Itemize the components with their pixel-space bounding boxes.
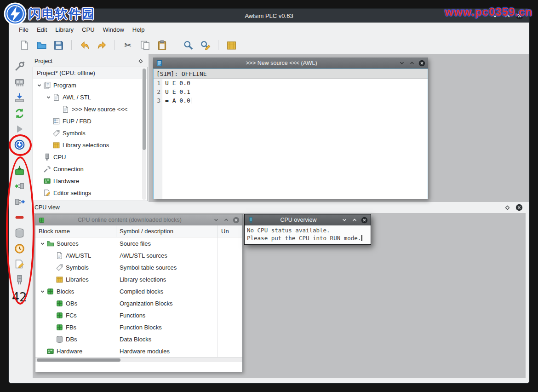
tree-item-hardware[interactable]: Hardware [33, 175, 147, 187]
cut-button[interactable]: ✂ [122, 39, 134, 51]
copy-button[interactable] [139, 39, 151, 51]
board-icon [43, 177, 51, 185]
io-module-icon [43, 153, 51, 161]
new-doc-button[interactable] [18, 39, 30, 51]
tree-item-fup-fbd[interactable]: FUP / FBD [33, 115, 147, 127]
save-button[interactable] [52, 39, 64, 51]
library-button[interactable] [225, 39, 237, 51]
float-panel-icon[interactable] [137, 58, 144, 64]
code-line[interactable]: = A 0.0 [165, 97, 428, 106]
chevron-down-icon[interactable] [39, 288, 46, 294]
app-body: 42 Project Project* (CPU: offline) Progr… [9, 54, 529, 383]
code-area[interactable]: U E 0.0U E 0.1= A 0.0 [162, 79, 428, 199]
shade-icon[interactable] [398, 60, 405, 67]
code-line[interactable]: U E 0.1 [165, 88, 428, 97]
board-icon [46, 347, 54, 355]
open-folder-button[interactable] [35, 39, 47, 51]
code-editor[interactable]: 123 U E 0.0U E 0.1= A 0.0 [154, 79, 428, 199]
cube-green-icon [56, 311, 63, 319]
block-name-cell: FCs [35, 309, 116, 321]
menu-item-cpu[interactable]: CPU [78, 24, 98, 35]
tree-item-program[interactable]: Program [33, 79, 147, 91]
chevron-down-icon[interactable] [39, 240, 46, 247]
table-row-dbs[interactable]: DBsData Blocks [35, 333, 242, 345]
tree-item-editor-settings[interactable]: Editor settings [33, 187, 147, 199]
column-header-block-name[interactable]: Block name [35, 225, 116, 237]
menu-item-file[interactable]: File [15, 24, 33, 35]
menu-item-help[interactable]: Help [128, 24, 149, 35]
chevron-down-icon[interactable] [45, 94, 52, 100]
restore-icon[interactable] [408, 60, 415, 67]
close-icon[interactable] [515, 204, 523, 211]
paste-button[interactable] [156, 39, 168, 51]
shade-icon[interactable] [212, 217, 219, 224]
tree-item-connection[interactable]: Connection [33, 163, 147, 175]
code-line[interactable]: U E 0.0 [165, 80, 428, 88]
table-row-sources[interactable]: SourcesSource files [35, 237, 242, 249]
menu-item-library[interactable]: Library [51, 24, 78, 35]
chevron-spacer [36, 166, 42, 172]
table-row-hardware[interactable]: HardwareHardware modules [35, 345, 242, 357]
tree-item-awl-stl[interactable]: AWL / STL [33, 91, 147, 103]
undo-button[interactable] [79, 39, 91, 51]
cpu-view-header: CPU view [33, 202, 526, 213]
redo-button[interactable] [96, 39, 108, 51]
tools-button[interactable] [14, 61, 25, 72]
download-cpu-icon [14, 92, 25, 103]
download-cpu-button[interactable] [14, 92, 25, 103]
scrollbar-thumb[interactable] [37, 358, 120, 362]
tree-item-new-source[interactable]: >>> New source <<< [33, 103, 147, 115]
column-header-un[interactable]: Un [218, 225, 242, 237]
table-row-libraries[interactable]: LibrariesLibrary selections [35, 273, 242, 285]
chevron-spacer [48, 264, 55, 271]
tree-item-label: AWL / STL [63, 94, 91, 101]
table-row-fbs[interactable]: FBsFunction Blocks [35, 321, 242, 333]
menu-item-edit[interactable]: Edit [33, 24, 51, 35]
table-row-awl-stl[interactable]: AWL/STLAWL/STL sources [35, 249, 242, 261]
horizontal-scrollbar[interactable] [35, 357, 242, 362]
chevron-down-icon[interactable] [36, 82, 42, 88]
tree-item-cpu[interactable]: CPU [33, 151, 147, 163]
shade-icon[interactable] [341, 217, 348, 224]
memory-icon [14, 77, 25, 87]
online-content-titlebar[interactable]: CPU online content (downloaded blocks) [35, 214, 242, 225]
new-doc-icon [19, 40, 30, 51]
tree-item-library-selections[interactable]: Library selections [33, 139, 147, 151]
table-row-blocks[interactable]: BlocksCompiled blocks [35, 285, 242, 297]
column-header-symbol-description[interactable]: Symbol / description [116, 225, 218, 237]
close-icon[interactable] [418, 60, 425, 67]
project-tree-scrollbar[interactable] [142, 68, 146, 200]
menu-item-window[interactable]: Window [99, 24, 128, 35]
block-extra-cell [218, 309, 242, 321]
float-dock-icon[interactable] [504, 204, 511, 211]
project-root-item[interactable]: Project* (CPU: offline) [33, 67, 147, 79]
scrollbar-thumb[interactable] [143, 69, 146, 150]
tree-item-symbols[interactable]: Symbols [33, 127, 147, 139]
find-replace-icon [200, 40, 211, 51]
restore-icon[interactable] [223, 217, 229, 224]
find-button[interactable] [182, 39, 194, 51]
table-row-obs[interactable]: OBsOrganization Blocks [35, 297, 242, 309]
table-row-fcs[interactable]: FCsFunctions [35, 309, 242, 321]
editor-content: [SIM]: OFFLINE 123 U E 0.0U E 0.1= A 0.0 [153, 69, 428, 199]
sync-button[interactable] [14, 108, 25, 119]
table-row-symbols[interactable]: SymbolsSymbol table sources [35, 261, 242, 273]
cpu-overview-titlebar[interactable]: CPU overview [245, 214, 371, 225]
find-replace-button[interactable] [199, 39, 211, 51]
wrench-conn-icon [43, 165, 51, 173]
sync-icon [14, 108, 25, 119]
editor-titlebar[interactable]: >>> New source <<< (AWL) [153, 58, 428, 69]
cylinder-icon [56, 335, 63, 343]
memory-button[interactable] [14, 76, 25, 87]
doc-icon [62, 105, 69, 113]
close-icon[interactable] [233, 217, 240, 224]
cpu-view-dock: CPU view CPU online content (downloaded … [30, 202, 529, 383]
run-button[interactable] [14, 123, 25, 134]
restore-icon[interactable] [351, 217, 358, 224]
block-extra-cell [218, 273, 242, 285]
chevron-spacer [36, 154, 42, 160]
close-icon[interactable] [361, 217, 368, 224]
online-content-title: CPU online content (downloaded blocks) [46, 217, 213, 223]
edit-doc-icon [43, 189, 51, 197]
main-toolbar: ✂ [9, 36, 529, 54]
